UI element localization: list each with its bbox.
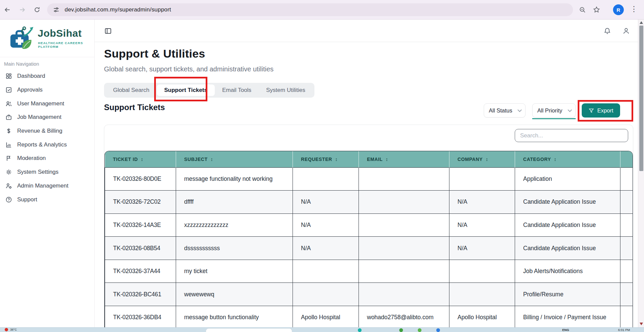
search-input[interactable] bbox=[515, 129, 628, 142]
filter-funnel-icon bbox=[588, 108, 594, 113]
sidebar-item-moderation[interactable]: Moderation bbox=[0, 152, 95, 165]
table-row[interactable]: TK-020326-72C02dffffN/AN/ACandidate Appl… bbox=[105, 191, 633, 214]
sidebar-item-label: System Settings bbox=[17, 169, 59, 175]
taskbar-app-icon[interactable] bbox=[399, 328, 403, 332]
column-header-spacer bbox=[620, 151, 633, 167]
taskbar-weather[interactable]: 38°C bbox=[5, 328, 17, 331]
table-cell bbox=[359, 260, 449, 283]
help-icon bbox=[5, 196, 12, 203]
column-header-ticket-id[interactable]: TICKET ID↕ bbox=[105, 151, 176, 167]
notifications-bell-icon[interactable] bbox=[604, 27, 611, 35]
sidebar-item-admin-management[interactable]: Admin Management bbox=[0, 179, 95, 193]
back-icon[interactable] bbox=[3, 6, 11, 14]
sidebar-item-support[interactable]: Support bbox=[0, 193, 95, 206]
taskbar-app-icon[interactable] bbox=[436, 328, 440, 332]
chevron-down-icon bbox=[568, 108, 572, 112]
taskbar-app-icon[interactable] bbox=[358, 328, 362, 332]
table-cell: TK-020326-08B54 bbox=[105, 237, 176, 260]
browser-profile-avatar[interactable]: R bbox=[613, 4, 624, 15]
table-row[interactable]: TK-020326-14A3ExzzzzzzzzzzzzzzN/AN/ACand… bbox=[105, 213, 633, 237]
flag-icon bbox=[5, 155, 12, 162]
site-settings-icon[interactable] bbox=[53, 6, 60, 13]
table-row[interactable]: TK-020326-36DB4message button functional… bbox=[105, 306, 633, 329]
sidebar-item-approvals[interactable]: Approvals bbox=[0, 83, 95, 97]
tab-system-utilities[interactable]: System Utilities bbox=[259, 85, 313, 96]
sidebar-toggle-icon[interactable] bbox=[104, 27, 112, 35]
column-header-email[interactable]: EMAIL↕ bbox=[359, 151, 449, 167]
scrollbar-up-arrow[interactable] bbox=[640, 21, 643, 24]
user-profile-icon[interactable] bbox=[622, 27, 630, 35]
table-cell-spacer bbox=[620, 237, 633, 260]
export-button[interactable]: Export bbox=[582, 103, 620, 118]
sidebar-item-label: Revenue & Billing bbox=[17, 128, 62, 134]
browser-menu-icon[interactable]: ⋮ bbox=[630, 5, 638, 13]
zoom-out-icon[interactable] bbox=[578, 6, 586, 14]
taskbar-search-box[interactable] bbox=[206, 328, 292, 332]
column-header-requester[interactable]: REQUESTER↕ bbox=[293, 151, 359, 167]
sort-icon[interactable]: ↕ bbox=[335, 157, 338, 162]
section-heading: Support Tickets bbox=[104, 103, 165, 112]
table-cell: TK-020326-BC461 bbox=[105, 283, 176, 306]
table-row[interactable]: TK-020326-BC461wewewewqProfile/Resume bbox=[105, 283, 633, 306]
sidebar-item-user-management[interactable]: User Management bbox=[0, 97, 95, 110]
table-cell bbox=[449, 283, 515, 306]
table-row[interactable]: TK-020326-37A44my ticketJob Alerts/Notif… bbox=[105, 260, 633, 283]
priority-filter-select[interactable]: All Priority bbox=[532, 103, 576, 118]
app-topbar bbox=[95, 20, 638, 42]
table-cell-spacer bbox=[620, 283, 633, 306]
table-cell: TK-020326-36DB4 bbox=[105, 306, 176, 329]
table-cell bbox=[359, 191, 449, 214]
sidebar-item-job-management[interactable]: Job Management bbox=[0, 110, 95, 124]
tab-global-search[interactable]: Global Search bbox=[106, 85, 157, 96]
taskbar-language[interactable]: ENG bbox=[562, 328, 569, 332]
export-label: Export bbox=[597, 107, 613, 114]
table-cell-spacer bbox=[620, 213, 633, 237]
scrollbar-down-arrow[interactable] bbox=[640, 323, 643, 325]
sidebar-item-label: Dashboard bbox=[17, 73, 45, 79]
table-cell bbox=[359, 213, 449, 237]
table-row[interactable]: TK-020326-80D0Emessage functionality not… bbox=[105, 167, 633, 191]
table-cell bbox=[359, 167, 449, 191]
sort-icon[interactable]: ↕ bbox=[386, 157, 388, 162]
admin-icon bbox=[5, 182, 12, 189]
table-cell bbox=[449, 167, 515, 191]
bookmark-star-icon[interactable] bbox=[592, 6, 601, 14]
taskbar-clock[interactable]: 6:01 PM bbox=[618, 328, 630, 332]
column-header-subject[interactable]: SUBJECT↕ bbox=[176, 151, 293, 167]
sort-icon[interactable]: ↕ bbox=[554, 157, 557, 162]
taskbar-app-icon[interactable] bbox=[418, 328, 421, 332]
table-body: TK-020326-80D0Emessage functionality not… bbox=[105, 167, 633, 332]
dollar-icon bbox=[5, 128, 12, 134]
tab-email-tools[interactable]: Email Tools bbox=[215, 85, 259, 96]
column-header-company[interactable]: COMPANY↕ bbox=[449, 151, 515, 167]
status-filter-value: All Status bbox=[489, 107, 512, 114]
sort-icon[interactable]: ↕ bbox=[211, 157, 213, 162]
status-filter-select[interactable]: All Status bbox=[484, 103, 526, 118]
column-header-category[interactable]: CATEGORY↕ bbox=[515, 151, 620, 167]
table-cell bbox=[293, 283, 359, 306]
forward-icon[interactable] bbox=[18, 6, 26, 14]
sidebar-item-dashboard[interactable]: Dashboard bbox=[0, 69, 95, 83]
table-cell: TK-020326-14A3E bbox=[105, 213, 176, 237]
address-bar[interactable]: dev.jobsihat.com.my/superadmin/support bbox=[47, 3, 573, 16]
table-cell-spacer bbox=[620, 167, 633, 191]
scrollbar-thumb[interactable] bbox=[639, 26, 643, 171]
table-cell: Job Alerts/Notifications bbox=[515, 260, 620, 283]
table-row[interactable]: TK-020326-08B54dsssssssssssN/AN/ACandida… bbox=[105, 237, 633, 260]
column-label: EMAIL bbox=[367, 157, 383, 162]
reload-icon[interactable] bbox=[33, 6, 41, 14]
chevron-down-icon bbox=[517, 108, 522, 112]
page-scrollbar[interactable] bbox=[638, 20, 644, 332]
sidebar-item-reports-analytics[interactable]: Reports & Analytics bbox=[0, 138, 95, 152]
table-cell: wewewewq bbox=[176, 283, 293, 306]
table-cell: Candidate Application Issue bbox=[515, 213, 620, 237]
screen: dev.jobsihat.com.my/superadmin/support R… bbox=[0, 0, 644, 332]
sidebar-item-system-settings[interactable]: System Settings bbox=[0, 165, 95, 179]
table-cell: N/A bbox=[293, 213, 359, 237]
tab-support-tickets[interactable]: Support Tickets bbox=[157, 85, 215, 96]
jobsihat-logo-icon bbox=[9, 22, 36, 53]
sort-icon[interactable]: ↕ bbox=[141, 157, 143, 162]
sidebar-nav: DashboardApprovalsUser ManagementJob Man… bbox=[0, 69, 95, 206]
sidebar-item-revenue-billing[interactable]: Revenue & Billing bbox=[0, 124, 95, 138]
sort-icon[interactable]: ↕ bbox=[486, 157, 488, 162]
